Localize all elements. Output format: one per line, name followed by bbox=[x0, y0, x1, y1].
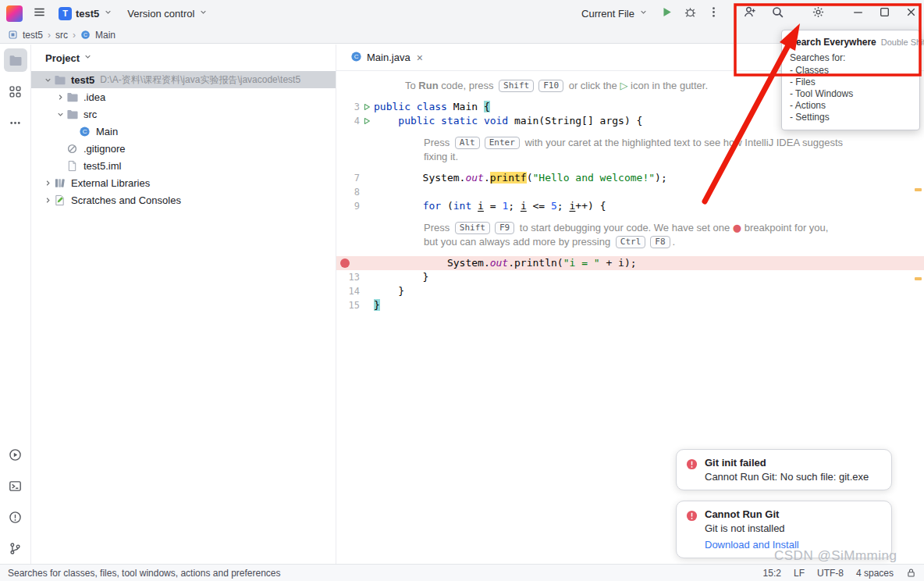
code-segment: fixing it. bbox=[424, 151, 458, 162]
code-segment: out bbox=[490, 257, 508, 269]
line-number[interactable] bbox=[336, 79, 360, 93]
more-icon bbox=[9, 116, 22, 130]
code-line[interactable]: but you can always add more by pressing … bbox=[336, 235, 924, 249]
library-icon bbox=[54, 177, 67, 189]
code-text: System.out.printf("Hello and welcome!"); bbox=[374, 171, 667, 185]
breadcrumb-item-test5[interactable]: test5 bbox=[23, 30, 43, 41]
close-tab-icon[interactable]: × bbox=[417, 52, 423, 64]
tooltip-title-row: Search Everywhere Double Shift bbox=[790, 37, 912, 48]
breadcrumb-item-src[interactable]: src bbox=[55, 30, 68, 41]
user-plus-icon bbox=[743, 5, 756, 21]
line-number[interactable] bbox=[336, 235, 360, 249]
stripe-terminal-button[interactable] bbox=[4, 474, 27, 497]
close-button[interactable] bbox=[897, 0, 924, 27]
stripe-services-button[interactable] bbox=[4, 443, 27, 466]
code-line[interactable]: 9 for (int i = 1; i <= 5; i++) { bbox=[336, 199, 924, 213]
maximize-button[interactable] bbox=[871, 0, 897, 27]
tree-item-Scratches and Consoles[interactable]: Scratches and Consoles bbox=[31, 191, 336, 209]
code-segment: { bbox=[484, 101, 490, 112]
code-line[interactable]: Press AltEnter with your caret at the hi… bbox=[336, 136, 924, 150]
code-line[interactable]: Press ShiftF9 to start debugging your co… bbox=[336, 221, 924, 235]
project-panel-header[interactable]: Project bbox=[31, 45, 336, 71]
code-line[interactable]: System.out.println("i = " + i); bbox=[336, 256, 924, 270]
warning-stripe-mark[interactable] bbox=[915, 188, 922, 191]
error-icon bbox=[686, 508, 698, 551]
stripe-project-button[interactable] bbox=[4, 48, 27, 72]
run-button[interactable] bbox=[656, 2, 677, 24]
breadcrumb-item-Main[interactable]: Main bbox=[95, 30, 116, 41]
line-number[interactable] bbox=[336, 221, 360, 235]
main-menu-button[interactable] bbox=[28, 2, 50, 24]
line-number[interactable]: 13 bbox=[336, 270, 360, 284]
run-line-icon[interactable] bbox=[360, 114, 374, 128]
line-number[interactable]: 9 bbox=[336, 199, 360, 213]
warning-stripe-mark[interactable] bbox=[915, 277, 922, 280]
stripe-structure-button[interactable] bbox=[4, 80, 27, 103]
line-number[interactable]: 3 bbox=[336, 100, 360, 114]
caret-position[interactable]: 15:2 bbox=[763, 568, 781, 579]
code-line[interactable]: 7 System.out.printf("Hello and welcome!"… bbox=[336, 171, 924, 185]
code-segment: ● bbox=[733, 222, 741, 233]
tree-item-test5.iml[interactable]: test5.iml bbox=[31, 157, 336, 174]
code-segment: .println( bbox=[508, 257, 563, 269]
breakpoint-icon[interactable] bbox=[340, 258, 350, 268]
notification[interactable]: Git init failedCannot Run Git: No such f… bbox=[676, 449, 892, 490]
code-segment: ++) { bbox=[575, 200, 606, 212]
lock-icon[interactable] bbox=[906, 568, 916, 578]
code-line[interactable]: 14 } bbox=[336, 284, 924, 298]
notification-title: Cannot Run Git bbox=[705, 508, 799, 520]
search-category-item: - Files bbox=[790, 77, 912, 88]
tree-item-Main[interactable]: CMain bbox=[31, 123, 336, 140]
version-control-label: Version control bbox=[127, 8, 194, 20]
problems-icon bbox=[9, 511, 22, 524]
code-segment: ( bbox=[447, 200, 453, 212]
code-line[interactable]: 15} bbox=[336, 298, 924, 312]
search-everywhere-button[interactable] bbox=[766, 2, 788, 24]
tab-label: Main.java bbox=[367, 52, 410, 63]
line-number[interactable] bbox=[336, 150, 360, 164]
code-segment: System. bbox=[374, 257, 490, 269]
code-line[interactable]: 13 } bbox=[336, 270, 924, 284]
tree-item-.gitignore[interactable]: .gitignore bbox=[31, 140, 336, 157]
code-text: but you can always add more by pressing … bbox=[374, 235, 675, 249]
line-number[interactable] bbox=[336, 136, 360, 150]
tree-item-.idea[interactable]: .idea bbox=[31, 88, 336, 105]
run-config-selector[interactable]: Current File bbox=[576, 3, 654, 23]
line-number[interactable]: 15 bbox=[336, 298, 360, 312]
gutter-space bbox=[360, 298, 374, 312]
maximize-icon bbox=[878, 5, 891, 21]
minimize-button[interactable] bbox=[844, 0, 871, 27]
folder-icon bbox=[54, 74, 67, 86]
run-config-label: Current File bbox=[581, 8, 634, 20]
file-icon bbox=[66, 160, 80, 172]
project-widget-button[interactable]: T test5 bbox=[53, 3, 119, 23]
settings-button[interactable] bbox=[807, 2, 829, 24]
class-icon: C bbox=[79, 126, 92, 137]
code-line[interactable]: 8 bbox=[336, 185, 924, 199]
more-actions-button[interactable] bbox=[702, 2, 724, 24]
stripe-version-control-button[interactable] bbox=[4, 536, 27, 560]
stripe-more-button[interactable] bbox=[4, 111, 27, 134]
tree-item-External Libraries[interactable]: External Libraries bbox=[31, 174, 336, 191]
tree-item-path: D:\A-资料\课程资料\java实验报告\javacode\test5 bbox=[100, 73, 300, 87]
debug-button[interactable] bbox=[679, 2, 701, 24]
line-number[interactable]: 8 bbox=[336, 185, 360, 199]
gear-icon bbox=[812, 5, 825, 21]
file-encoding[interactable]: UTF-8 bbox=[817, 568, 844, 579]
code-segment: ; bbox=[557, 200, 570, 212]
tree-item-src[interactable]: src bbox=[31, 105, 336, 123]
line-number[interactable]: 7 bbox=[336, 171, 360, 185]
code-with-me-button[interactable] bbox=[738, 2, 760, 24]
stripe-problems-button[interactable] bbox=[4, 505, 27, 529]
line-number[interactable]: 4 bbox=[336, 114, 360, 128]
tree-item-test5[interactable]: test5D:\A-资料\课程资料\java实验报告\javacode\test… bbox=[31, 71, 336, 88]
line-number[interactable]: 14 bbox=[336, 284, 360, 298]
tab-main-java[interactable]: C Main.java × bbox=[344, 45, 429, 70]
version-control-button[interactable]: Version control bbox=[122, 3, 214, 23]
code-line[interactable]: fixing it. bbox=[336, 150, 924, 164]
indent-style[interactable]: 4 spaces bbox=[856, 568, 894, 579]
code-segment: printf bbox=[490, 172, 527, 184]
code-segment: } bbox=[374, 299, 380, 311]
run-line-icon[interactable] bbox=[360, 100, 374, 114]
line-separator[interactable]: LF bbox=[794, 568, 805, 579]
